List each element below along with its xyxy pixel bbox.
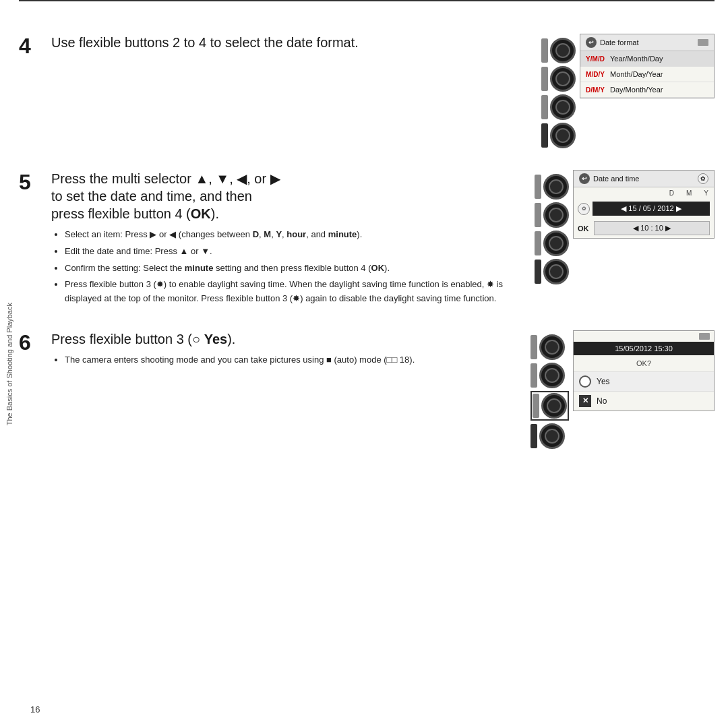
cam6-lens-inner-2 — [545, 368, 559, 383]
cam5-lens-3 — [543, 231, 569, 256]
cam6-lens-inner-4 — [545, 429, 559, 444]
ok-bold: OK — [191, 206, 211, 221]
cam-lens-1 — [550, 38, 576, 63]
screen-4-title: Date format — [600, 38, 638, 47]
screen-5-title: Date and time — [593, 175, 639, 183]
step-4-row: Use flexible buttons 2 to 4 to select th… — [51, 34, 715, 148]
step-4-title: Use flexible buttons 2 to 4 to select th… — [51, 34, 528, 51]
screen-5-header: ↩ Date and time ✿ — [574, 171, 714, 187]
date-value-box: ◀ 15 / 05 / 2012 ▶ — [593, 202, 710, 216]
cam5-btn-1 — [535, 175, 541, 199]
cam-lens-2 — [550, 66, 576, 92]
sidebar: The Basics of Shooting and Playback — [0, 0, 19, 728]
dst-icon: ✿ — [578, 203, 590, 215]
sidebar-label: The Basics of Shooting and Playback — [5, 303, 13, 425]
step-4: 4 Use flexible buttons 2 to 4 to select … — [19, 34, 715, 148]
step-4-illustration: ↩ Date format Y/M/D Year/Month/Day M/D/Y… — [541, 34, 715, 148]
cam5-btn-3 — [535, 231, 541, 255]
no-label: No — [597, 396, 607, 406]
cam6-lens-inner-3 — [547, 398, 562, 413]
step-5-bullets: Select an item: Press ▶ or ◀ (changes be… — [51, 228, 521, 306]
screen-4-header: ↩ Date format — [580, 34, 714, 51]
time-value-box: ◀ 10 : 10 ▶ — [594, 221, 710, 235]
cam-row-4 — [541, 123, 576, 148]
cam-row-3 — [541, 94, 576, 120]
cam5-lens-inner-2 — [549, 208, 564, 222]
cam6-btn-3 — [533, 394, 539, 418]
back-icon: ↩ — [586, 37, 597, 48]
cam5-lens-inner-3 — [549, 236, 564, 251]
format-row-ymd: Y/M/D Year/Month/Day — [580, 51, 714, 67]
cam5-lens-inner-1 — [549, 179, 564, 194]
confirm-yes-option: Yes — [574, 371, 714, 391]
back-icon-5: ↩ — [579, 173, 590, 184]
step-5-content: Press the multi selector ▲, ▼, ◀, or ▶ t… — [51, 170, 521, 309]
dst-icon-header: ✿ — [698, 173, 708, 184]
step-5-title-p1: Press the multi selector — [51, 171, 195, 186]
step-4-content: Use flexible buttons 2 to 4 to select th… — [51, 34, 528, 148]
bullet-5-3: Confirm the setting: Select the minute s… — [65, 262, 521, 276]
confirm-header — [574, 331, 714, 342]
cam-side-btn-1 — [541, 38, 548, 63]
cam-side-btn-2 — [541, 67, 548, 91]
col-m: M — [686, 189, 692, 197]
bullet-6-1: The camera enters shooting mode and you … — [65, 353, 517, 367]
cam-side-btn-4 — [541, 123, 548, 148]
col-y: Y — [704, 189, 708, 197]
cam5-lens-inner-4 — [549, 264, 564, 279]
date-value: ◀ 15 / 05 / 2012 ▶ — [621, 204, 681, 213]
cam-lens-inner-4 — [555, 128, 570, 143]
main-content: 4 Use flexible buttons 2 to 4 to select … — [19, 20, 715, 715]
bullet-5-2: Edit the date and time: Press ▲ or ▼. — [65, 245, 521, 259]
camera-body-4 — [541, 38, 576, 148]
camera-body-5 — [535, 174, 569, 284]
confirm-ok-text: OK? — [574, 355, 714, 371]
cam5-row-1 — [535, 174, 569, 200]
step-5-illustration: ↩ Date and time ✿ D M Y ✿ ◀ 15 / 05 / 20… — [535, 170, 715, 309]
cam5-row-2 — [535, 202, 569, 228]
step-6-number: 6 — [19, 332, 51, 449]
cam-row-1 — [541, 38, 576, 63]
circle-symbol: ○ — [192, 332, 200, 346]
format-row-mdy: M/D/Y Month/Day/Year — [580, 67, 714, 82]
format-label-dmy: Day/Month/Year — [610, 86, 663, 94]
cam-side-btn-3 — [541, 95, 548, 119]
step-5-title-p2: to set the date and time, and then — [51, 189, 252, 204]
cam5-btn-2 — [535, 203, 541, 227]
cam6-row-4 — [530, 423, 569, 449]
step-6-title-p1: Press flexible button 3 ( — [51, 332, 192, 346]
cam5-lens-1 — [543, 174, 569, 200]
cam6-lens-inner-1 — [545, 340, 559, 355]
cam6-row-3 — [530, 391, 569, 421]
step-6: 6 Press flexible button 3 (○ Yes). The c… — [19, 330, 715, 449]
step-6-title-p2: ). — [227, 332, 235, 346]
cam5-btn-4 — [535, 260, 541, 284]
step-6-bullets: The camera enters shooting mode and you … — [51, 353, 517, 367]
cam-lens-inner-3 — [555, 100, 570, 115]
cam6-lens-2 — [539, 363, 565, 388]
top-divider — [19, 0, 715, 1]
x-button: ✕ — [579, 395, 591, 407]
step-6-title: Press flexible button 3 (○ Yes). — [51, 330, 517, 348]
step-4-number: 4 — [19, 35, 51, 148]
dt-column-headers: D M Y — [574, 187, 714, 199]
confirm-date-bar: 15/05/2012 15:30 — [574, 342, 714, 355]
cam6-lens-3 — [541, 393, 567, 419]
step-5-title-p3: press flexible button 4 (OK). — [51, 206, 219, 221]
format-badge-mdy: M/D/Y — [586, 71, 605, 78]
cam6-row-1 — [530, 334, 569, 360]
yes-label: Yes — [597, 377, 610, 386]
dt-dst-row: ✿ ◀ 15 / 05 / 2012 ▶ — [574, 199, 714, 218]
bullet-5-1: Select an item: Press ▶ or ◀ (changes be… — [65, 228, 521, 242]
cam-lens-4 — [550, 123, 576, 148]
cam6-lens-4 — [539, 423, 565, 449]
format-badge-ymd: Y/M/D — [586, 55, 605, 63]
cam-row-2 — [541, 66, 576, 92]
cam6-btn-2 — [530, 363, 537, 388]
cam5-lens-4 — [543, 259, 569, 284]
confirm-no-option: ✕ No — [574, 391, 714, 411]
cam6-lens-1 — [539, 334, 565, 360]
format-row-dmy: D/M/Y Day/Month/Year — [580, 82, 714, 98]
cam6-row-2 — [530, 363, 569, 388]
datetime-screen: ↩ Date and time ✿ D M Y ✿ ◀ 15 / 05 / 20… — [573, 170, 715, 239]
